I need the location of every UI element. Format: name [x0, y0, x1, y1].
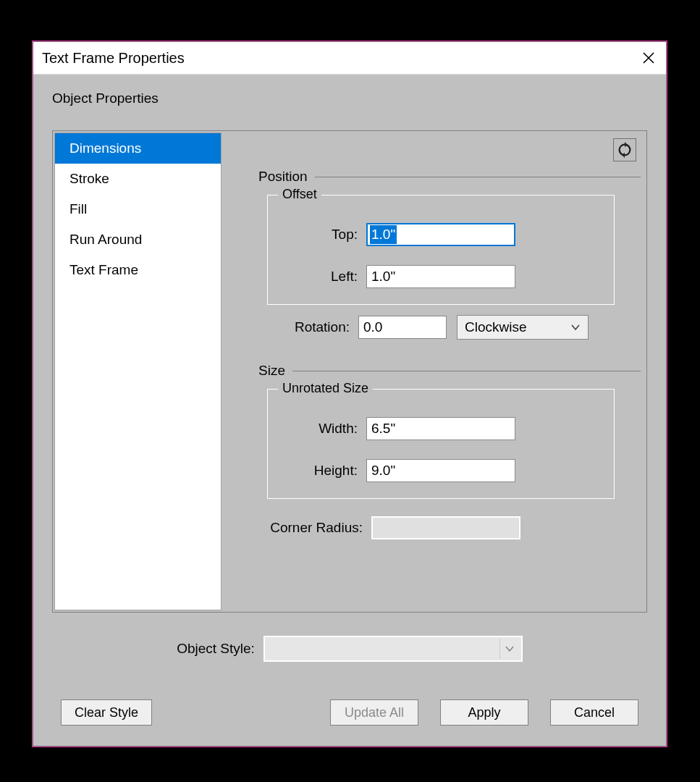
- chevron-down-icon: [570, 322, 581, 332]
- clear-style-button[interactable]: Clear Style: [61, 699, 152, 726]
- corner-radius-label: Corner Radius:: [254, 520, 363, 536]
- width-label: Width:: [285, 421, 358, 437]
- top-input-selection: 1.0": [370, 225, 397, 244]
- position-label: Position: [258, 169, 308, 185]
- width-input[interactable]: [366, 417, 515, 440]
- size-label: Size: [258, 363, 285, 379]
- text-frame-properties-dialog: Text Frame Properties Object Properties …: [33, 41, 667, 747]
- object-style-row: Object Style:: [33, 636, 666, 662]
- left-label: Left:: [285, 269, 358, 285]
- sidebar-item-fill[interactable]: Fill: [55, 194, 221, 224]
- sidebar-item-stroke[interactable]: Stroke: [55, 164, 221, 194]
- close-button[interactable]: [638, 48, 659, 68]
- offset-fieldset: Offset Top: 1.0" Left:: [267, 195, 615, 305]
- offset-legend: Offset: [278, 187, 321, 202]
- object-properties-label: Object Properties: [52, 91, 666, 106]
- top-label: Top:: [285, 227, 358, 243]
- height-label: Height:: [285, 463, 358, 479]
- size-section-header: Size: [258, 363, 641, 379]
- category-sidebar: Dimensions Stroke Fill Run Around Text F…: [54, 133, 222, 610]
- dimensions-content: Position Offset Top: 1.0" Left:: [224, 131, 646, 612]
- divider: [315, 177, 641, 177]
- titlebar: Text Frame Properties: [33, 42, 666, 75]
- rotation-input[interactable]: [358, 316, 447, 339]
- corner-radius-input[interactable]: [371, 516, 520, 539]
- close-icon: [642, 51, 655, 64]
- cancel-button[interactable]: Cancel: [550, 699, 638, 726]
- update-all-button[interactable]: Update All: [330, 699, 418, 726]
- rotation-label: Rotation:: [267, 319, 350, 335]
- position-section-header: Position: [258, 169, 641, 185]
- sidebar-item-text-frame[interactable]: Text Frame: [55, 255, 221, 285]
- rotation-direction-select[interactable]: Clockwise: [457, 315, 589, 340]
- rotation-direction-value: Clockwise: [465, 319, 527, 335]
- reset-button[interactable]: [613, 138, 636, 161]
- chevron-down-icon: [499, 639, 520, 659]
- object-style-select[interactable]: [263, 636, 523, 662]
- unrotated-size-legend: Unrotated Size: [278, 381, 373, 396]
- button-bar: Clear Style Update All Apply Cancel: [33, 699, 666, 726]
- apply-button[interactable]: Apply: [440, 699, 528, 726]
- properties-panel: Dimensions Stroke Fill Run Around Text F…: [52, 130, 647, 613]
- left-input[interactable]: [366, 265, 515, 288]
- unrotated-size-fieldset: Unrotated Size Width: Height:: [267, 389, 615, 499]
- sidebar-item-run-around[interactable]: Run Around: [55, 224, 221, 255]
- refresh-icon: [617, 142, 633, 158]
- height-input[interactable]: [366, 459, 515, 482]
- dialog-title: Text Frame Properties: [42, 50, 638, 67]
- sidebar-item-dimensions[interactable]: Dimensions: [55, 133, 221, 164]
- divider: [292, 371, 641, 371]
- object-style-label: Object Style:: [177, 641, 255, 657]
